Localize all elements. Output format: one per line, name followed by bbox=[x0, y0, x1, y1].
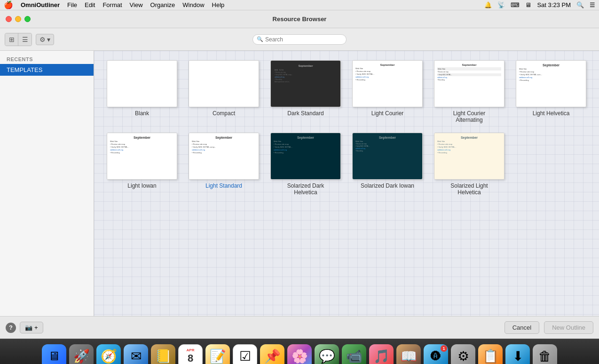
template-label-light-helvetica: Light Helvetica bbox=[533, 110, 570, 117]
list-view-button[interactable]: ☰ bbox=[18, 33, 32, 46]
view-toggle: ⊞ ☰ bbox=[5, 33, 32, 46]
titlebar: Resource Browser bbox=[0, 10, 599, 28]
messages-icon: 💬 bbox=[319, 348, 335, 364]
template-label-light-iowan: Light Iowan bbox=[127, 182, 156, 189]
resource-browser-window: Resource Browser ⊞ ☰ ⚙ ▾ 🔍 RECENTS TEMPL… bbox=[0, 10, 599, 339]
dock-icon-trash[interactable]: 🗑 bbox=[533, 344, 557, 364]
sidebar-item-templates[interactable]: TEMPLATES bbox=[0, 64, 94, 76]
notes-icon: 📝 bbox=[210, 348, 226, 364]
template-thumb-blank bbox=[107, 60, 177, 107]
dock-icon-facetime[interactable]: 📹 bbox=[342, 344, 366, 364]
menubar-right: 🔔 📡 ⌨ 🖥 Sat 3:23 PM 🔍 ☰ bbox=[484, 1, 595, 8]
dock-icon-omni[interactable]: 📋 bbox=[478, 344, 503, 364]
window-menu[interactable]: Window bbox=[182, 1, 204, 8]
maximize-button[interactable] bbox=[24, 16, 31, 22]
template-light-iowan[interactable]: September Web Site • Review site map • V… bbox=[107, 133, 177, 196]
template-thumb-light-iowan: September Web Site • Review site map • V… bbox=[107, 133, 177, 180]
contacts-icon: 📒 bbox=[155, 348, 172, 364]
list-icon[interactable]: ☰ bbox=[590, 1, 595, 8]
edit-menu[interactable]: Edit bbox=[85, 1, 95, 8]
template-thumb-light-courier: September Web Site • Review site map • V… bbox=[352, 60, 423, 107]
dock-icon-contacts[interactable]: 📒 bbox=[151, 344, 175, 364]
minimize-button[interactable] bbox=[15, 16, 21, 22]
view-menu[interactable]: View bbox=[130, 1, 143, 8]
template-light-helvetica[interactable]: September Web Site • Review site map • V… bbox=[516, 60, 586, 123]
menubar: 🍎 OmniOutliner File Edit Format View Org… bbox=[0, 0, 599, 10]
gear-button[interactable]: ⚙ ▾ bbox=[36, 34, 54, 45]
template-label-sol-light-helvetica: Solarized LightHelvetica bbox=[450, 182, 488, 196]
toolbar: ⊞ ☰ ⚙ ▾ 🔍 bbox=[0, 28, 599, 51]
finder-icon: 🖥 bbox=[48, 349, 60, 364]
appstore-badge: 1 bbox=[441, 345, 447, 352]
photos-icon: 🌸 bbox=[292, 348, 308, 364]
window-controls bbox=[6, 16, 31, 22]
dock-icon-calendar[interactable]: APR 8 bbox=[178, 344, 203, 364]
search-icon[interactable]: 🔍 bbox=[576, 1, 584, 8]
app-name-menu[interactable]: OmniOutliner bbox=[21, 1, 60, 8]
omni-icon: 📋 bbox=[482, 348, 499, 364]
search-input[interactable] bbox=[265, 36, 342, 43]
itunes-icon: 🎵 bbox=[373, 348, 390, 364]
bottom-buttons: Cancel New Outline bbox=[504, 321, 593, 334]
template-label-sol-dark-iowan: Solarized Dark Iowan bbox=[361, 182, 414, 189]
template-sol-dark-helvetica[interactable]: September Web Site • Review site map • V… bbox=[270, 133, 341, 196]
add-template-label: + bbox=[34, 324, 38, 331]
dock-icon-downloads[interactable]: ⬇ bbox=[505, 344, 530, 364]
dock-icon-photos[interactable]: 🌸 bbox=[287, 344, 312, 364]
notification-icon[interactable]: 🔔 bbox=[484, 1, 492, 8]
dock-icon-safari[interactable]: 🧭 bbox=[96, 344, 121, 364]
template-light-standard[interactable]: September Web Site • Review site map • V… bbox=[189, 133, 259, 196]
mail-icon: ✉ bbox=[131, 348, 142, 364]
file-menu[interactable]: File bbox=[67, 1, 77, 8]
organize-menu[interactable]: Organize bbox=[150, 1, 175, 8]
dock-icon-notes[interactable]: 📝 bbox=[205, 344, 230, 364]
main-content: Blank Compact September Web Site bbox=[94, 51, 599, 316]
keyboard-icon[interactable]: ⌨ bbox=[511, 1, 520, 8]
template-sol-light-helvetica[interactable]: September Web Site • Review site map • V… bbox=[434, 133, 504, 196]
help-button[interactable]: ? bbox=[6, 323, 16, 333]
template-label-light-courier: Light Courier bbox=[371, 110, 404, 117]
grid-view-button[interactable]: ⊞ bbox=[5, 33, 18, 46]
template-light-courier[interactable]: September Web Site • Review site map • V… bbox=[352, 60, 423, 123]
apple-menu[interactable]: 🍎 bbox=[4, 0, 13, 9]
template-thumb-sol-dark-helvetica: September Web Site • Review site map • V… bbox=[270, 133, 341, 180]
cancel-button[interactable]: Cancel bbox=[504, 321, 539, 334]
calendar-date: 8 bbox=[188, 352, 193, 364]
dock-icon-mail[interactable]: ✉ bbox=[124, 344, 148, 364]
dock-icon-reminders[interactable]: ☑ bbox=[233, 344, 257, 364]
facetime-icon: 📹 bbox=[346, 348, 363, 364]
template-light-courier-alt[interactable]: September Web Site • Review site map • V… bbox=[434, 60, 504, 123]
template-compact[interactable]: Compact bbox=[189, 60, 259, 123]
template-thumb-light-helvetica: September Web Site • Review site map • V… bbox=[516, 60, 586, 107]
display-icon[interactable]: 🖥 bbox=[525, 1, 531, 8]
reminders-icon: ☑ bbox=[239, 348, 251, 364]
search-bar[interactable]: 🔍 bbox=[252, 34, 347, 45]
time-display: Sat 3:23 PM bbox=[537, 1, 571, 8]
dock-icon-itunes[interactable]: 🎵 bbox=[369, 344, 394, 364]
dock-icon-launchpad[interactable]: 🚀 bbox=[69, 344, 94, 364]
dock-icon-messages[interactable]: 💬 bbox=[315, 344, 339, 364]
dock-icon-syspref[interactable]: ⚙ bbox=[451, 344, 475, 364]
dock-icon-ibooks[interactable]: 📖 bbox=[396, 344, 421, 364]
template-blank[interactable]: Blank bbox=[107, 60, 177, 123]
dock-icon-finder[interactable]: 🖥 bbox=[42, 344, 66, 364]
search-magnifier-icon: 🔍 bbox=[257, 36, 263, 42]
safari-icon: 🧭 bbox=[101, 348, 117, 364]
close-button[interactable] bbox=[6, 16, 12, 22]
ibooks-icon: 📖 bbox=[401, 348, 417, 364]
dock-icon-stickies[interactable]: 📌 bbox=[260, 344, 284, 364]
downloads-icon: ⬇ bbox=[512, 348, 523, 364]
template-sol-dark-iowan[interactable]: September Web Site • Review site map • V… bbox=[352, 133, 423, 196]
template-dark-standard[interactable]: September Web Site • Review site map • V… bbox=[270, 60, 341, 123]
help-menu[interactable]: Help bbox=[212, 1, 225, 8]
dock-icon-appstore[interactable]: 🅐 1 bbox=[424, 344, 448, 364]
new-outline-button[interactable]: New Outline bbox=[544, 321, 593, 334]
template-label-light-standard: Light Standard bbox=[205, 182, 242, 189]
airdrop-icon[interactable]: 📡 bbox=[497, 1, 505, 8]
format-menu[interactable]: Format bbox=[102, 1, 122, 8]
content-area: RECENTS TEMPLATES Blank Compact bbox=[0, 51, 599, 316]
sidebar: RECENTS TEMPLATES bbox=[0, 51, 94, 316]
trash-icon: 🗑 bbox=[538, 348, 552, 364]
template-label-light-courier-alt: Light CourierAlternating bbox=[453, 110, 486, 123]
add-template-button[interactable]: 📷 + bbox=[20, 322, 43, 333]
